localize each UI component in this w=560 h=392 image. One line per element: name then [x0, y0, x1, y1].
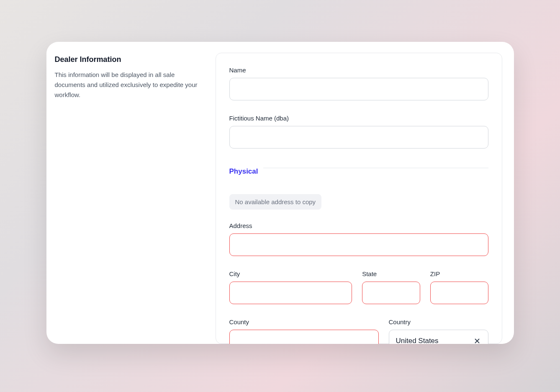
close-icon[interactable] — [473, 337, 481, 344]
name-label: Name — [229, 67, 488, 74]
city-group: City — [229, 270, 352, 304]
address-label: Address — [229, 222, 488, 229]
country-select[interactable]: United States — [389, 330, 488, 344]
city-input[interactable] — [229, 282, 352, 304]
county-input[interactable] — [229, 330, 379, 344]
fieldset-divider — [229, 168, 488, 168]
country-label: Country — [389, 318, 488, 325]
form-section: Name Fictitious Name (dba) Physical No a… — [216, 53, 502, 344]
zip-input[interactable] — [430, 282, 488, 304]
zip-label: ZIP — [430, 270, 488, 277]
zip-group: ZIP — [430, 270, 488, 304]
name-group: Name — [229, 67, 488, 100]
dealer-info-card: Dealer Information This information will… — [46, 42, 514, 344]
copy-address-pill[interactable]: No available address to copy — [229, 194, 322, 210]
city-label: City — [229, 270, 352, 277]
name-input[interactable] — [229, 78, 488, 100]
address-group: Address — [229, 222, 488, 256]
fictitious-name-label: Fictitious Name (dba) — [229, 115, 488, 122]
city-state-zip-row: City State ZIP — [229, 270, 488, 304]
state-group: State — [362, 270, 420, 304]
sidebar-title: Dealer Information — [55, 55, 207, 64]
fictitious-name-group: Fictitious Name (dba) — [229, 115, 488, 149]
physical-fieldset: Physical — [229, 163, 488, 176]
county-country-row: County Country United States — [229, 318, 488, 344]
sidebar-description: This information will be displayed in al… — [55, 70, 207, 100]
sidebar: Dealer Information This information will… — [46, 42, 216, 344]
state-label: State — [362, 270, 420, 277]
physical-legend: Physical — [229, 167, 263, 176]
fictitious-name-input[interactable] — [229, 126, 488, 149]
state-input[interactable] — [362, 282, 420, 304]
country-group: Country United States — [389, 318, 488, 344]
county-label: County — [229, 318, 379, 325]
country-value: United States — [396, 337, 439, 344]
county-group: County — [229, 318, 379, 344]
address-input[interactable] — [229, 233, 488, 256]
